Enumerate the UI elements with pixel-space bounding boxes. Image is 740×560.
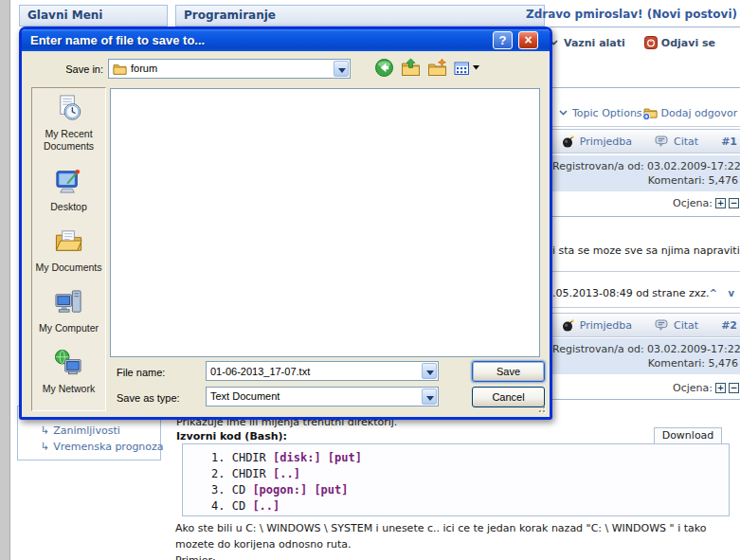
file-name-dropdown-button[interactable] <box>422 363 437 379</box>
sidebar-item-vremenska-prognoza[interactable]: ↳Vremenska prognoza <box>24 439 160 455</box>
quote-bubble-icon <box>655 135 669 148</box>
divider <box>552 271 740 272</box>
computer-icon <box>54 288 83 319</box>
power-icon <box>644 36 658 49</box>
divider <box>552 399 740 400</box>
report-bomb-icon <box>562 319 575 332</box>
save-file-dialog: Enter name of file to save to... ? × Sav… <box>19 27 552 420</box>
subitem-arrow-icon: ↳ <box>41 425 49 437</box>
up-one-level-button[interactable] <box>401 58 421 78</box>
cancel-button[interactable]: Cancel <box>472 387 545 407</box>
file-name-label: File name: <box>117 367 165 378</box>
download-tab[interactable]: Download <box>654 427 722 444</box>
add-reply-folder-icon <box>642 106 658 120</box>
views-menu-button[interactable] <box>454 61 479 76</box>
close-icon[interactable]: × <box>518 31 538 49</box>
save-as-type-combo[interactable]: Text Document <box>206 387 439 406</box>
report-link[interactable]: Primjedba <box>580 135 632 148</box>
forum-section-header: Programiranje <box>175 5 545 27</box>
quote-bubble-icon <box>655 319 669 332</box>
rating-label: Ocjena: <box>673 197 713 209</box>
file-name-combo <box>206 361 439 381</box>
save-in-value: forum <box>131 60 157 78</box>
divider <box>552 307 740 308</box>
save-button[interactable]: Save <box>472 361 545 382</box>
network-icon <box>54 349 83 380</box>
sidebar-item-zanimljivosti[interactable]: ↳Zanimljivosti <box>24 423 160 439</box>
post-author-info: Registrovan/a od: 03.02.2009-17:22 Komen… <box>552 155 740 191</box>
new-folder-button[interactable] <box>427 58 447 78</box>
documents-folder-icon <box>54 227 83 259</box>
place-my-computer[interactable]: My Computer <box>34 288 104 334</box>
window-edge-gutter <box>0 0 10 560</box>
report-link[interactable]: Primjedba <box>580 319 632 332</box>
code-header: Izvorni kod (Bash): <box>176 428 287 444</box>
report-bomb-icon <box>562 135 575 148</box>
quote-link[interactable]: Citat <box>674 319 698 332</box>
rating-row: Ocjena: + − <box>552 195 739 210</box>
help-button[interactable]: ? <box>493 31 513 49</box>
comment-count: Komentari: 5,476 <box>552 356 738 370</box>
subitem-arrow-icon: ↳ <box>41 441 49 453</box>
dialog-toolbar <box>374 58 479 78</box>
sidebar-main-menu-header: Glavni Meni <box>19 5 168 27</box>
code-line: 2. CHDIR [..] <box>211 466 729 482</box>
file-list-view[interactable] <box>110 88 540 357</box>
save-in-combo[interactable]: forum <box>108 59 351 79</box>
folder-icon <box>113 63 127 75</box>
post-author-info: Registrovan/a od: 03.02.2009-17:22 Komen… <box>552 338 740 374</box>
post-number-link[interactable]: #2 <box>721 319 737 332</box>
divider <box>550 27 740 27</box>
edited-by-row: .05.2013-08:49 od strane zxz. ^ v <box>552 284 738 301</box>
dropdown-arrow-icon <box>473 65 479 70</box>
rate-up-button[interactable]: + <box>715 383 726 393</box>
code-line: 3. CD [pogon:] [put] <box>211 482 729 498</box>
rate-down-button[interactable]: − <box>729 198 739 208</box>
edited-by-text: .05.2013-08:49 od strane zxz. <box>552 287 709 299</box>
divider <box>550 87 740 88</box>
rating-label: Ocjena: <box>673 382 713 394</box>
comment-count: Komentari: 5,476 <box>552 173 738 188</box>
place-desktop[interactable]: Desktop <box>34 167 104 213</box>
body-paragraph: mozete do korijena odnosno ruta. <box>175 536 351 552</box>
registered-since: Registrovan/a od: 03.02.2009-17:22 <box>552 159 738 173</box>
place-my-network[interactable]: My Network <box>34 349 104 395</box>
code-line: 4. CD [..] <box>211 498 729 515</box>
quote-link[interactable]: Citat <box>674 135 698 148</box>
file-name-input[interactable] <box>210 363 419 379</box>
rate-up-button[interactable]: + <box>715 198 726 208</box>
user-greeting: Zdravo pmiroslav! (Novi postovi) <box>526 8 737 21</box>
add-reply-button[interactable]: Dodaj odgovor <box>642 106 738 120</box>
place-my-recent-documents[interactable]: My Recent Documents <box>34 94 104 153</box>
divider <box>552 126 740 127</box>
recent-documents-icon <box>54 94 83 125</box>
body-paragraph: Primjer: <box>175 552 216 560</box>
place-my-documents[interactable]: My Documents <box>34 227 104 274</box>
code-line: 1. CHDIR [disk:] [put] <box>211 450 729 466</box>
divider <box>552 216 740 217</box>
save-in-dropdown-button[interactable] <box>334 61 349 77</box>
post-header: Primjedba Citat #1 <box>552 129 740 154</box>
back-button[interactable] <box>374 58 394 78</box>
post-number-link[interactable]: #1 <box>721 135 737 148</box>
dialog-title: Enter name of file to save to... <box>30 33 205 47</box>
topic-toolbar: Topic Options Dodaj odgovor <box>552 100 740 125</box>
code-block: 1. CHDIR [disk:] [put] 2. CHDIR [..] 3. … <box>182 443 730 516</box>
desktop-icon <box>54 167 83 198</box>
resize-grip[interactable] <box>535 403 547 414</box>
topic-options-button[interactable]: Topic Options <box>559 107 642 119</box>
places-bar: My Recent Documents Desktop My Documents… <box>31 87 106 411</box>
save-as-type-label: Save as type: <box>117 392 180 404</box>
post-body-text: i sta se moze sve sa njima napraviti. <box>552 244 740 257</box>
save-in-label: Save in: <box>41 63 103 75</box>
chevron-down-icon <box>559 110 568 116</box>
dialog-title-bar[interactable]: Enter name of file to save to... <box>22 29 550 51</box>
logout-link[interactable]: Odjavi se <box>644 36 715 49</box>
save-as-type-value: Text Document <box>210 388 280 406</box>
body-paragraph: Ako ste bili u C: \ WINDOWS \ SYSTEM i u… <box>175 520 706 536</box>
save-as-type-dropdown-button[interactable] <box>422 388 437 405</box>
important-tools-link[interactable]: Vazni alati <box>564 37 625 49</box>
collapse-arrows[interactable]: ^ v <box>710 288 738 298</box>
rate-down-button[interactable]: − <box>729 383 739 393</box>
user-toolbar: Vazni alati Odjavi se <box>550 35 740 50</box>
